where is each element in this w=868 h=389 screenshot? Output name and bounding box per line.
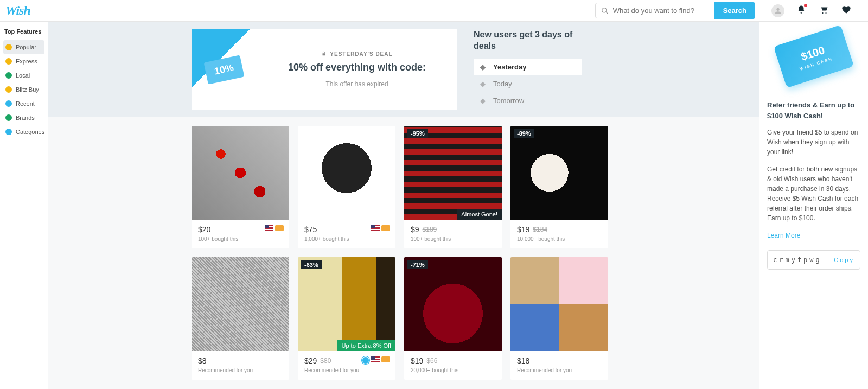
product-info: $19$18410,000+ bought this xyxy=(510,220,608,248)
product-card[interactable]: -63%Up to Extra 8% Off$29$80Recommended … xyxy=(298,257,395,380)
lock-icon xyxy=(321,51,327,56)
sidebar-item-label: Blitz Buy xyxy=(16,86,39,93)
product-card[interactable]: $8Recommended for you xyxy=(192,257,289,380)
avatar-icon[interactable] xyxy=(771,4,784,17)
sidebar-icon xyxy=(5,58,12,65)
discount-badge: -95% xyxy=(407,129,428,138)
product-card[interactable]: $18Recommended for you xyxy=(510,257,608,380)
discount-badge: -89% xyxy=(514,129,534,138)
product-meta: Recommended for you xyxy=(198,367,283,373)
price-row: $19$184 xyxy=(517,225,602,234)
notifications-icon[interactable] xyxy=(796,5,806,17)
product-info: $20100+ bought this xyxy=(192,220,289,248)
shipping-flags xyxy=(371,225,390,231)
sidebar-item-brands[interactable]: Brands xyxy=(3,111,44,125)
product-image xyxy=(510,257,608,351)
copy-button[interactable]: Copy xyxy=(834,256,854,265)
deal-tab-tomorrow[interactable]: ◆Tomorrow xyxy=(474,92,582,109)
sidebar-icon xyxy=(5,114,12,121)
main: 10% YESTERDAY'S DEAL 10% off everything … xyxy=(48,22,760,389)
sidebar-icon xyxy=(5,72,12,79)
sidebar-item-popular[interactable]: Popular xyxy=(3,40,44,54)
cart-icon[interactable] xyxy=(818,5,829,17)
verified-icon xyxy=(362,356,369,364)
product-price: $75 xyxy=(304,225,317,234)
product-image: -89% xyxy=(510,126,608,220)
us-flag-icon xyxy=(371,356,380,362)
truck-icon xyxy=(275,225,284,231)
sidebar-item-local[interactable]: Local xyxy=(3,68,44,82)
sidebar-icon xyxy=(5,44,12,50)
deals-heading: New users get 3 days of deals xyxy=(474,29,582,52)
notification-dot xyxy=(804,4,807,7)
product-price: $20 xyxy=(198,225,210,234)
product-price: $29 xyxy=(304,356,317,365)
sidebar-item-label: Local xyxy=(16,72,30,79)
search-input[interactable] xyxy=(613,7,709,15)
deal-card[interactable]: 10% YESTERDAY'S DEAL 10% off everything … xyxy=(192,29,457,110)
promo-row: 10% YESTERDAY'S DEAL 10% off everything … xyxy=(48,22,760,117)
sidebar-item-label: Express xyxy=(16,58,37,65)
product-card[interactable]: $20100+ bought this xyxy=(192,126,289,248)
product-original-price: $189 xyxy=(423,226,437,233)
sidebar-icon xyxy=(5,100,12,107)
product-price: $19 xyxy=(411,356,423,365)
product-info: $29$80Recommended for you xyxy=(298,351,395,380)
deal-tab-today[interactable]: ◆Today xyxy=(474,75,582,92)
sidebar-item-label: Recent xyxy=(16,100,35,107)
search-button[interactable]: Search xyxy=(714,2,755,19)
svg-point-0 xyxy=(602,8,606,12)
sidebar-item-label: Brands xyxy=(16,114,35,121)
discount-badge: -63% xyxy=(301,260,322,269)
sidebar-item-blitz-buy[interactable]: Blitz Buy xyxy=(3,82,44,97)
sidebar-icon xyxy=(5,86,12,93)
product-image: -71% xyxy=(404,257,502,351)
product-image xyxy=(192,257,289,351)
deal-tab-yesterday[interactable]: ◆Yesterday xyxy=(474,59,582,75)
product-image xyxy=(298,126,395,220)
sidebar-item-recent[interactable]: Recent xyxy=(3,97,44,111)
sidebar-item-express[interactable]: Express xyxy=(3,54,44,68)
refer-p1: Give your friend $5 to spend on Wish whe… xyxy=(767,127,860,157)
deal-expired: This offer has expired xyxy=(267,80,446,88)
product-original-price: $66 xyxy=(426,357,437,365)
deal-tab-label: Today xyxy=(493,80,512,88)
us-flag-icon xyxy=(371,225,380,231)
product-meta: 20,000+ bought this xyxy=(411,367,495,373)
wishlist-icon[interactable] xyxy=(841,5,852,17)
discount-badge: -71% xyxy=(407,260,428,269)
sidebar-item-categories[interactable]: Categories xyxy=(3,125,44,139)
product-info: $19$6620,000+ bought this xyxy=(404,351,502,380)
product-info: $8Recommended for you xyxy=(192,351,289,380)
sidebar-icon xyxy=(5,129,12,135)
refer-card: $100 WISH CASH xyxy=(774,25,854,88)
layout: Top Features PopularExpressLocalBlitz Bu… xyxy=(0,22,868,389)
referral-code-box: crmyfpwg Copy xyxy=(767,250,860,270)
product-original-price: $184 xyxy=(533,226,547,233)
deal-content: YESTERDAY'S DEAL 10% off everything with… xyxy=(257,51,457,88)
product-card[interactable]: -95%Almost Gone!$9$189100+ bought this xyxy=(404,126,502,248)
product-card[interactable]: -71%$19$6620,000+ bought this xyxy=(404,257,502,380)
svg-line-1 xyxy=(605,11,608,14)
product-price: $18 xyxy=(517,356,529,365)
deal-tab-icon: ◆ xyxy=(480,63,488,71)
search-wrap: Search xyxy=(595,2,755,19)
product-card[interactable]: $751,000+ bought this xyxy=(298,126,395,248)
deal-tab-label: Yesterday xyxy=(493,63,526,71)
logo[interactable]: Wish xyxy=(5,3,30,18)
price-row: $9$189 xyxy=(411,225,495,234)
svg-point-3 xyxy=(822,12,823,13)
deal-tab-icon: ◆ xyxy=(480,97,488,104)
product-price: $8 xyxy=(198,356,207,365)
product-card[interactable]: -89%$19$18410,000+ bought this xyxy=(510,126,608,248)
deal-tab-label: Tomorrow xyxy=(493,97,524,105)
search-box[interactable] xyxy=(595,3,714,18)
extra-discount-badge: Up to Extra 8% Off xyxy=(337,340,395,351)
price-row: $8 xyxy=(198,356,283,365)
product-info: $9$189100+ bought this xyxy=(404,220,502,248)
stock-badge: Almost Gone! xyxy=(457,209,502,220)
product-meta: 10,000+ bought this xyxy=(517,236,602,242)
product-info: $18Recommended for you xyxy=(510,351,608,380)
learn-more-link[interactable]: Learn More xyxy=(767,231,860,240)
us-flag-icon xyxy=(265,225,273,231)
